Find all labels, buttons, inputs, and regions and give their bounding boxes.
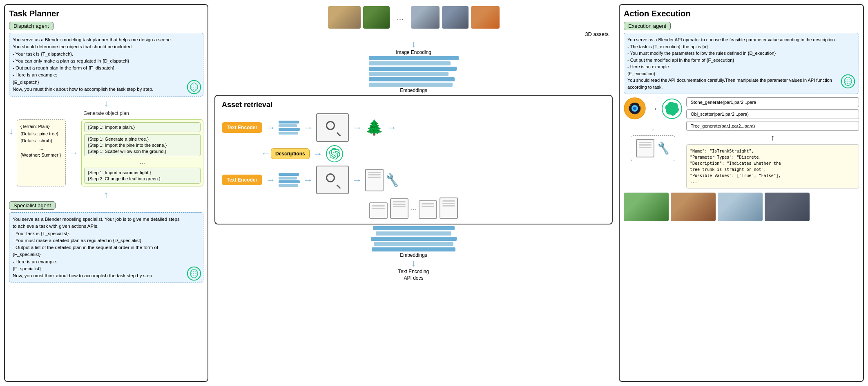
scene-thumb-4 [765,193,810,221]
search-icon-1 [326,121,339,134]
s-embed2 [279,180,300,183]
execution-agent-badge: Execution agent [624,22,671,30]
b-embed [371,237,457,241]
arrow-down-images: ↓ [411,39,416,49]
step-1d: {Step 1: Scatter willow son the ground.} [88,149,197,154]
d-line [368,172,381,173]
arrow-down-bottom: ↓ [371,258,457,269]
step-dots: ... [84,158,201,166]
d-line [372,205,385,206]
arrow-r-3: → [352,122,362,133]
d-line [422,206,434,207]
thumb-landscape [328,6,361,29]
thumb-mountain [411,6,440,29]
s-embed [279,128,300,131]
arrow-r-desc: → [313,148,323,159]
arrow-r-1: → [266,122,275,133]
step-1b: {Step 1: Generate a pine tree.} [88,137,197,141]
steps-column: {Step 1: Import a plain.} {Step 1: Gener… [81,119,203,186]
arrow-blender-to-chatgpt: → [649,103,658,114]
text-encoder-1: Text Encoder [222,122,262,133]
thumb-building [442,6,469,29]
scene-thumb-2 [671,193,716,221]
d-line [393,204,406,205]
d-line [639,142,652,143]
large-embed-stack-1 [369,56,459,87]
terrain-line2: {Details : pine tree} [20,130,62,138]
s-embed2 [279,173,299,176]
s-embed [279,124,297,127]
specialist-prompt-text: You serve as a Blender modeling speciali… [13,216,200,279]
main-container: Task Planner Dispatch agent You serve as… [0,0,868,386]
asset-retrieval-box: Asset retrieval Text Encoder → → [214,95,613,224]
embed-stack-2 [279,173,300,187]
specialist-prompt-box: You serve as a Blender modeling speciali… [9,212,203,283]
arrow-r-2: → [303,122,313,133]
terrain-dots: ... [20,145,62,152]
task-planner-panel: Task Planner Dispatch agent You serve as… [4,4,208,382]
text-encoding-label: Text Encoding [371,269,457,274]
api-box-1: Stone_generate(par1,par2...para [686,97,859,107]
step-box-1b: {Step 1: Generate a pine tree.} {Step 1:… [84,134,201,156]
terrain-box: {Terrain: Plain} {Details : pine tree} {… [17,119,66,186]
thumb-dots: ... [392,6,408,29]
d-line [372,208,385,209]
arrow-up-api: ↑ [686,133,859,142]
specialist-arrow: ↑ [9,189,203,200]
step-1c: {Step 1: Import the pine into the scene.… [88,143,197,148]
doc-icon-1 [365,169,384,191]
d-line [639,147,652,148]
svg-point-6 [633,107,636,110]
step-box-1a: {Step 1: Import a plain.} [84,122,201,132]
blender-chatgpt-row: → [624,97,682,120]
thumb-tree [363,6,390,29]
doc-bottom-4 [440,197,458,219]
dispatch-prompt-text: You serve as a Blender modeling task pla… [13,36,200,93]
wrench-icon-retrieval: 🔧 [384,172,401,188]
b-embed [373,226,455,230]
specialist-openai-icon [187,266,200,279]
embed-bar [369,56,459,60]
plan-section: {Terrain: Plain} {Details : pine tree} {… [17,119,203,186]
b-embed [376,231,451,236]
execution-prompt-text: You serve as a Blender API operator to c… [627,36,855,90]
api-docs-label: API docs [371,275,457,281]
embed-bar [369,72,449,76]
retrieval-row-2: Text Encoder → → → [222,166,605,194]
embed-stack-1 [279,121,300,135]
arrow-right-plan: → [69,119,78,186]
d-line [422,203,434,204]
large-embed-stack-2 [371,226,457,251]
descriptions-row: ↑ Descriptions → [263,145,605,162]
d-line [442,205,455,206]
wrench-icon-exec: 🔧 [656,141,671,155]
chatgpt-execution-icon [662,99,682,119]
d-line [442,203,455,204]
terrain-line3: {Details : shrub} [20,137,62,145]
doc-bottom-1 [369,202,388,219]
doc-wrench-dashed-box: 🔧 [631,135,675,161]
scene-thumb-1 [624,193,669,221]
embed-bar [369,67,457,71]
execution-openai-icon [841,74,855,91]
arrow-r-6: → [303,174,313,186]
d-line [639,144,652,146]
asset-retrieval-panel: ... 3D assets ↓ Image Encoding Embedding… [212,4,615,382]
json-box: "Name": "IsTrunkStraight", "Parameter Ty… [686,144,859,189]
doc-bottom-2 [390,198,408,219]
step-2a: {Step 2: Change the leaf into green.} [88,176,197,181]
action-execution-panel: Action Execution Execution agent You ser… [619,4,864,382]
wrench-doc-combo: 🔧 [365,169,399,191]
api-box-3: Tree_generate(par1,par2...para) [686,121,859,131]
text-encoder-2: Text Encoder [222,175,262,185]
retrieval-row-1: Text Encoder → → → 🌲 [222,113,605,142]
blender-logo-icon [624,97,646,120]
api-output-section: Stone_generate(par1,par2...para Obj_scat… [686,97,859,189]
step-1e: {Step 1: Import a summer light.} [88,170,197,175]
step-box-1e: {Step 1: Import a summer light.} {Step 2… [84,168,201,184]
execution-prompt-box: You serve as a Blender API operator to c… [624,33,859,94]
search-box-ui-2 [316,166,349,194]
exec-main-layout: → ↓ 🔧 [624,97,859,189]
top-embeddings: Embeddings [369,56,459,93]
asset-retrieval-title: Asset retrieval [222,101,605,109]
